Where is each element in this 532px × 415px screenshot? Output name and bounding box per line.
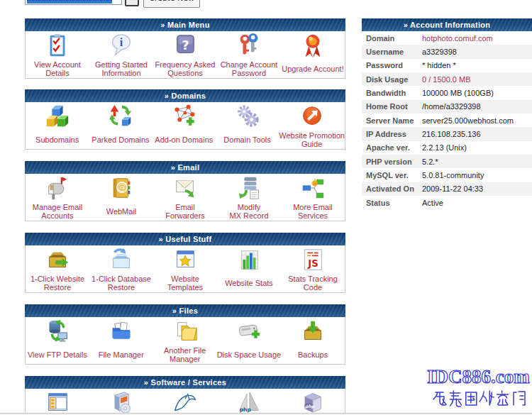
clipboard-check-icon[interactable] bbox=[43, 33, 72, 60]
info-bubble-icon[interactable]: i bbox=[107, 33, 135, 60]
menu-item-label[interactable]: View Account Details bbox=[34, 60, 81, 78]
go-button[interactable] bbox=[125, 0, 139, 6]
network-plus-icon[interactable] bbox=[170, 104, 198, 131]
menu-item-label[interactable]: View FTP Details bbox=[28, 345, 87, 364]
create-new-button[interactable]: Create New bbox=[143, 0, 200, 8]
menu-item-backups[interactable]: Backups bbox=[281, 317, 345, 364]
account-row-mysql-ver: MySQL ver.5.0.81-community bbox=[362, 168, 532, 182]
menu-item-label[interactable]: Subdomains bbox=[35, 131, 79, 149]
mysql-dolphin-icon[interactable] bbox=[171, 390, 199, 415]
menu-item-label[interactable]: WebMail bbox=[106, 202, 137, 221]
account-row-value: 2.2.13 (Unix) bbox=[422, 143, 467, 152]
keys-icon[interactable] bbox=[235, 33, 263, 60]
menu-item-software-box[interactable] bbox=[89, 389, 153, 415]
js-code-icon[interactable]: JS bbox=[299, 247, 327, 274]
box-restore-icon[interactable] bbox=[43, 247, 72, 274]
menu-item-website-stats[interactable]: Website Stats bbox=[217, 245, 281, 292]
menu-item-domain-tools[interactable]: Domain Tools bbox=[216, 102, 279, 149]
cubes-icon[interactable] bbox=[43, 104, 72, 131]
account-row-label: PHP version bbox=[362, 157, 422, 166]
menu-item-label[interactable]: Domain Tools bbox=[223, 131, 270, 149]
account-row-label: Activated On bbox=[362, 184, 422, 193]
envelope-forward-icon[interactable] bbox=[171, 175, 199, 202]
menu-item-more-email-services[interactable]: More Email Services bbox=[281, 174, 345, 221]
menu-item-label[interactable]: Email Forwarders bbox=[165, 202, 205, 221]
menu-item-label[interactable]: Disk Space Usage bbox=[217, 345, 282, 364]
folder-blue-icon[interactable] bbox=[107, 319, 135, 345]
box-blue-icon[interactable] bbox=[107, 247, 135, 274]
menu-item-label[interactable]: Stats Tracking Code bbox=[288, 274, 338, 292]
section-body-files: View FTP DetailsFile ManagerAnother File… bbox=[26, 317, 345, 364]
menu-item-window-app[interactable] bbox=[26, 389, 89, 415]
window-star-icon[interactable] bbox=[171, 247, 199, 274]
menu-item-label[interactable]: Upgrade Account! bbox=[282, 60, 343, 78]
php-cube-icon[interactable]: php bbox=[299, 390, 327, 415]
account-row-apache-ver: Apache ver.2.2.13 (Unix) bbox=[362, 141, 532, 155]
menu-item-label[interactable]: Add-on Domains bbox=[155, 131, 213, 149]
menu-item-disk-space-usage[interactable]: Disk Space Usage bbox=[217, 317, 282, 364]
mx-server-icon[interactable] bbox=[235, 175, 263, 202]
menu-item-label[interactable]: More Email Services bbox=[293, 202, 333, 221]
menu-item-view-ftp-details[interactable]: View FTP Details bbox=[26, 317, 89, 364]
menu-item-1-click-database-restore[interactable]: 1-Click Database Restore bbox=[89, 245, 153, 292]
menu-item-stats-tracking-code[interactable]: JSStats Tracking Code bbox=[281, 245, 345, 292]
software-box-icon[interactable] bbox=[107, 390, 135, 415]
account-row-label: Username bbox=[362, 48, 422, 56]
menu-item-subdomains[interactable]: Subdomains bbox=[26, 102, 89, 149]
account-row-value: /home/a3329398 bbox=[422, 102, 481, 111]
menu-item-label[interactable]: Parked Domains bbox=[92, 131, 149, 149]
section-header-useful-stuff: » Useful Stuff bbox=[25, 233, 345, 245]
menu-item-frequency-asked-questions[interactable]: ?Frequency Asked Questions bbox=[153, 31, 217, 78]
menu-item-file-manager[interactable]: File Manager bbox=[89, 317, 153, 364]
menu-item-another-file-manager[interactable]: Another File Manager bbox=[153, 317, 217, 364]
menu-item-label[interactable]: 1-Click Website Restore bbox=[31, 274, 84, 292]
menu-item-label[interactable]: Getting Started Information bbox=[95, 60, 148, 78]
window-app-icon[interactable] bbox=[43, 390, 72, 415]
menu-item-website-promotion-guide[interactable]: Website Promotion Guide bbox=[279, 102, 345, 149]
menu-item-modify-mx-record[interactable]: Modify MX Record bbox=[217, 174, 281, 221]
promo-arrow-icon[interactable] bbox=[298, 104, 326, 131]
section-body-software-services: phpphp bbox=[26, 389, 345, 415]
menu-item-label[interactable]: Website Promotion Guide bbox=[279, 131, 345, 149]
menu-item-manage-email-accounts[interactable]: Manage Email Accounts bbox=[26, 174, 89, 221]
menu-item-website-templates[interactable]: Website Templates bbox=[153, 245, 217, 292]
folder-yellow-icon[interactable] bbox=[171, 319, 199, 345]
menu-item-php-cube[interactable]: php bbox=[281, 389, 345, 415]
menu-item-label[interactable]: 1-Click Database Restore bbox=[92, 274, 151, 292]
menu-item-upgrade-account[interactable]: Upgrade Account! bbox=[281, 31, 345, 78]
menu-item-phpmyadmin-sails[interactable]: php bbox=[217, 389, 281, 415]
menu-item-label[interactable]: Website Templates bbox=[167, 274, 203, 292]
menu-item-webmail[interactable]: @WebMail bbox=[89, 174, 153, 221]
menu-item-email-forwarders[interactable]: Email Forwarders bbox=[153, 174, 217, 221]
menu-item-label[interactable]: Another File Manager bbox=[164, 345, 206, 364]
flow-nodes-icon[interactable] bbox=[299, 175, 327, 202]
menu-item-change-account-password[interactable]: Change Account Password bbox=[217, 31, 281, 78]
parked-arrows-icon[interactable] bbox=[106, 104, 135, 131]
menu-item-add-on-domains[interactable]: Add-on Domains bbox=[153, 102, 216, 149]
menu-item-view-account-details[interactable]: View Account Details bbox=[26, 31, 89, 78]
award-ribbon-icon[interactable] bbox=[299, 33, 327, 60]
menu-item-parked-domains[interactable]: Parked Domains bbox=[89, 102, 152, 149]
menu-item-label[interactable]: Website Stats bbox=[225, 274, 273, 292]
menu-item-mysql-dolphin[interactable] bbox=[153, 389, 217, 415]
question-square-icon[interactable]: ? bbox=[171, 33, 199, 60]
mailbox-icon[interactable] bbox=[43, 175, 72, 202]
menu-item-label[interactable]: Backups bbox=[298, 345, 328, 364]
bar-chart-icon[interactable] bbox=[235, 247, 263, 274]
menu-item-1-click-website-restore[interactable]: 1-Click Website Restore bbox=[26, 245, 89, 292]
gears-icon[interactable] bbox=[233, 104, 262, 131]
address-book-icon[interactable]: @ bbox=[107, 175, 135, 202]
menu-item-label[interactable]: File Manager bbox=[99, 345, 144, 364]
backup-box-icon[interactable] bbox=[299, 319, 327, 345]
menu-item-label[interactable]: Manage Email Accounts bbox=[33, 202, 82, 221]
account-row-domain: Domainhotphoto.comuf.com bbox=[362, 31, 532, 45]
account-row-value: * hidden * bbox=[422, 61, 456, 70]
menu-item-getting-started-information[interactable]: iGetting Started Information bbox=[89, 31, 153, 78]
section-body-domains: SubdomainsParked DomainsAdd-on DomainsDo… bbox=[26, 102, 345, 149]
phpmyadmin-sails-icon[interactable]: php bbox=[235, 390, 263, 415]
menu-item-label[interactable]: Modify MX Record bbox=[229, 202, 268, 221]
ftp-stack-icon[interactable] bbox=[43, 319, 72, 345]
menu-item-label[interactable]: Frequency Asked Questions bbox=[155, 60, 216, 78]
menu-item-label[interactable]: Change Account Password bbox=[221, 60, 278, 78]
disk-plus-icon[interactable] bbox=[235, 319, 263, 345]
